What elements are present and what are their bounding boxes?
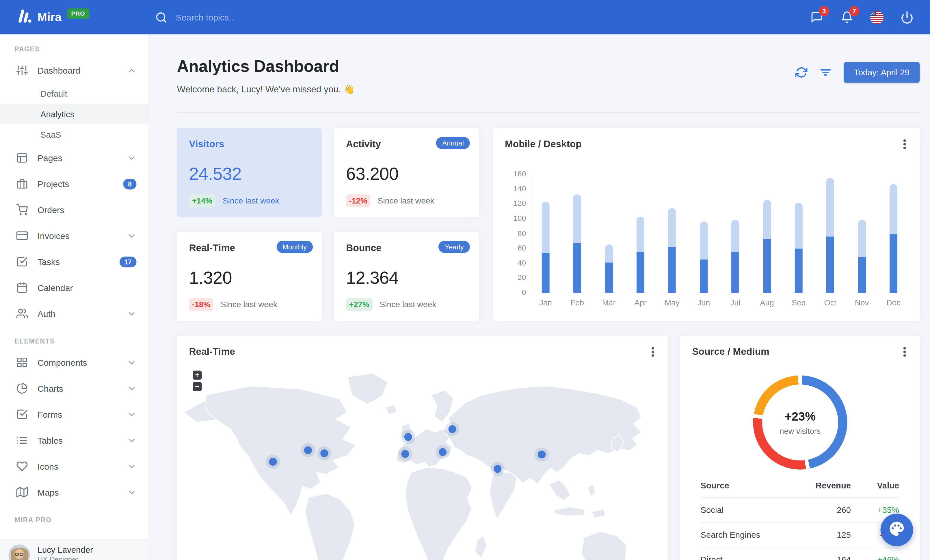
- pie-chart-icon: [16, 383, 28, 394]
- card-title: Mobile / Desktop: [505, 139, 908, 150]
- search-input[interactable]: [174, 12, 307, 23]
- sidebar-user[interactable]: Lucy Lavender UX Designer: [0, 539, 148, 560]
- sidebar-item-forms[interactable]: Forms: [0, 401, 148, 427]
- stat-card-visitors: Visitors 24.532 +14% Since last week: [177, 128, 322, 217]
- sidebar-subitem-saas[interactable]: SaaS: [0, 124, 148, 145]
- sidebar-item-auth[interactable]: Auth: [0, 301, 148, 327]
- bar-chart: JanFebMarAprMayJunJulAugSepOctNovDec 020…: [533, 174, 904, 293]
- sidebar-item-label: Forms: [37, 410, 127, 419]
- sidebar-item-projects[interactable]: Projects8: [0, 171, 148, 197]
- stat-card-bounce: Bounce Yearly 12.364 +27% Since last wee…: [334, 232, 479, 321]
- map-marker: [404, 433, 412, 441]
- sidebar-subitem-default[interactable]: Default: [0, 83, 148, 104]
- stat-card-realtime: Real-Time Monthly 1.320 -18% Since last …: [177, 232, 322, 321]
- kebab-menu-button[interactable]: [899, 139, 910, 150]
- sidebar-subitem-analytics[interactable]: Analytics: [0, 104, 148, 124]
- chevron-down-icon: [127, 231, 136, 241]
- sidebar-item-badge: 8: [123, 178, 136, 189]
- cell-source: Search Engines: [701, 530, 784, 540]
- sidebar-item-label: Tables: [37, 436, 127, 445]
- sidebar-item-tasks[interactable]: Tasks17: [0, 249, 148, 275]
- card-title: Real-Time: [189, 347, 656, 357]
- sidebar-item-charts[interactable]: Charts: [0, 376, 148, 402]
- x-axis-label: Dec: [886, 298, 900, 307]
- y-axis-tick: 160: [514, 170, 526, 178]
- bar-column-feb: Feb: [573, 174, 581, 293]
- sidebar: PAGESDashboardDefaultAnalyticsSaaSPagesP…: [0, 34, 149, 560]
- bar-column-aug: Aug: [763, 174, 771, 293]
- chevron-down-icon: [127, 436, 136, 445]
- notifications-button[interactable]: 7: [839, 10, 854, 25]
- x-axis-label: May: [665, 298, 679, 307]
- sidebar-item-label: Invoices: [37, 231, 127, 241]
- table-row-search-engines: Search Engines125-12%: [701, 522, 899, 547]
- stat-delta-badge: +14%: [189, 194, 215, 207]
- sidebar-item-dashboard[interactable]: Dashboard: [0, 57, 148, 83]
- layout-icon: [16, 152, 28, 164]
- sidebar-item-components[interactable]: Components: [0, 350, 148, 376]
- chevron-down-icon: [127, 410, 136, 419]
- bar-column-apr: Apr: [637, 174, 644, 293]
- brand[interactable]: Mira PRO: [0, 8, 134, 26]
- app-viewport: Mira PRO 3 7: [0, 0, 930, 560]
- donut-center: +23% new visitors: [753, 376, 847, 469]
- sidebar-item-label: Orders: [37, 205, 137, 215]
- stat-card-activity: Activity Annual 63.200 -12% Since last w…: [334, 128, 479, 217]
- bar-desktop-segment: [637, 216, 644, 293]
- date-button[interactable]: Today: April 29: [844, 62, 919, 83]
- notifications-badge: 7: [849, 6, 859, 16]
- messages-button[interactable]: 3: [809, 10, 824, 25]
- card-title: Source / Medium: [692, 347, 907, 357]
- messages-badge: 3: [819, 6, 829, 16]
- sidebar-item-pages[interactable]: Pages: [0, 145, 148, 171]
- sidebar-item-maps[interactable]: Maps: [0, 479, 148, 505]
- donut-center-value: +23%: [784, 410, 816, 423]
- list-icon: [16, 434, 28, 446]
- stat-value: 24.532: [189, 164, 309, 184]
- bar-column-jun: Jun: [700, 174, 708, 293]
- sidebar-item-calendar[interactable]: Calendar: [0, 275, 148, 301]
- theme-settings-fab[interactable]: [881, 514, 913, 546]
- bar-mobile-segment: [573, 243, 581, 293]
- kebab-menu-button[interactable]: [647, 347, 658, 357]
- table-header-revenue: Revenue: [784, 480, 851, 490]
- kebab-menu-button[interactable]: [899, 347, 910, 357]
- refresh-button[interactable]: [795, 66, 808, 78]
- stat-caption: Since last week: [223, 196, 279, 205]
- mira-logo-icon: [15, 8, 32, 26]
- shopping-cart-icon: [16, 204, 28, 216]
- bar-mobile-segment: [731, 252, 739, 293]
- stat-delta-badge: -18%: [189, 298, 213, 311]
- filter-button[interactable]: [820, 66, 832, 78]
- bar-desktop-segment: [826, 178, 834, 293]
- stat-value: 12.364: [346, 268, 467, 288]
- table-body: Social260+35%Search Engines125-12%Direct…: [701, 497, 899, 560]
- bar-column-nov: Nov: [858, 174, 865, 293]
- x-axis-label: Mar: [602, 298, 616, 307]
- sidebar-item-orders[interactable]: Orders: [0, 197, 148, 223]
- zoom-out-button[interactable]: −: [192, 382, 202, 391]
- check-square-icon: [16, 256, 28, 268]
- user-role: UX Designer: [37, 555, 93, 560]
- language-button[interactable]: [870, 10, 884, 25]
- page-subtitle: Welcome back, Lucy! We've missed you. 👋: [177, 84, 355, 95]
- user-name: Lucy Lavender: [37, 545, 93, 555]
- sidebar-item-invoices[interactable]: Invoices: [0, 223, 148, 249]
- page-title: Analytics Dashboard: [177, 57, 355, 76]
- grid-icon: [16, 357, 28, 368]
- refresh-icon: [795, 66, 808, 78]
- sidebar-item-tables[interactable]: Tables: [0, 427, 148, 453]
- sidebar-item-icons[interactable]: Icons: [0, 453, 148, 479]
- sidebar-item-label: Projects: [37, 179, 123, 189]
- world-map: [177, 364, 668, 560]
- world-map-svg: [177, 364, 668, 560]
- signout-button[interactable]: [900, 10, 914, 25]
- mobile-desktop-card: Mobile / Desktop JanFebMarAprMayJunJulAu…: [493, 128, 919, 321]
- zoom-in-button[interactable]: +: [192, 371, 202, 380]
- table-row-direct: Direct164+46%: [701, 547, 899, 560]
- period-badge: Yearly: [439, 241, 470, 253]
- x-axis-label: Feb: [570, 298, 584, 307]
- x-axis-label: Apr: [634, 298, 647, 307]
- navbar-actions: 3 7: [809, 10, 930, 25]
- sidebar-section-label: ELEMENTS: [0, 327, 148, 349]
